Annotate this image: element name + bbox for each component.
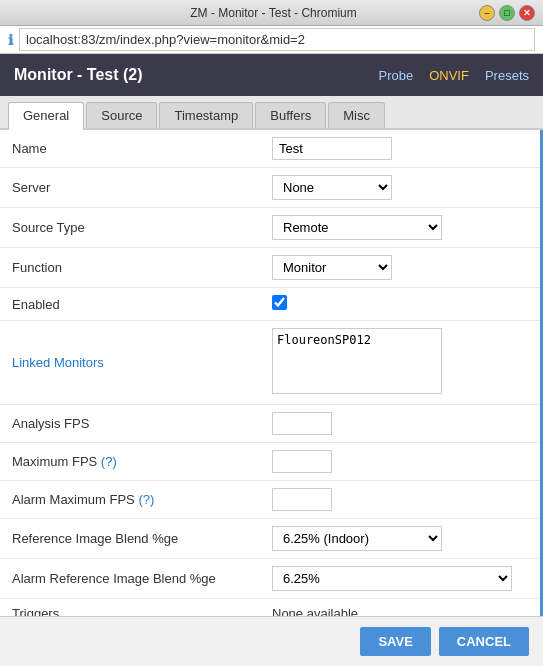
- close-button[interactable]: ✕: [519, 5, 535, 21]
- table-row: Triggers None available: [0, 599, 540, 617]
- app-title: Monitor - Test (2): [14, 66, 143, 84]
- tab-buffers[interactable]: Buffers: [255, 102, 326, 128]
- field-label-server: Server: [0, 168, 260, 208]
- enabled-checkbox[interactable]: [272, 295, 287, 310]
- field-value-triggers: None available: [260, 599, 540, 617]
- field-value-source-type: Remote Local FFMPEG: [260, 208, 540, 248]
- name-input[interactable]: [272, 137, 392, 160]
- field-value-max-fps: [260, 443, 540, 481]
- field-label-enabled: Enabled: [0, 288, 260, 321]
- form-content: Name Server None Source Type: [0, 130, 543, 616]
- field-label-ref-blend: Reference Image Blend %ge: [0, 519, 260, 559]
- form-table: Name Server None Source Type: [0, 130, 540, 616]
- alarm-ref-blend-select[interactable]: 6.25% 3.13% 12.5%: [272, 566, 512, 591]
- address-input[interactable]: [19, 28, 535, 51]
- tab-misc[interactable]: Misc: [328, 102, 385, 128]
- presets-link[interactable]: Presets: [485, 68, 529, 83]
- tab-source[interactable]: Source: [86, 102, 157, 128]
- alarm-fps-help[interactable]: (?): [138, 492, 154, 507]
- address-bar: ℹ: [0, 26, 543, 54]
- table-row: Linked Monitors FloureonSP012: [0, 321, 540, 405]
- field-value-analysis-fps: [260, 405, 540, 443]
- cancel-button[interactable]: CANCEL: [439, 627, 529, 656]
- header-links: Probe ONVIF Presets: [378, 68, 529, 83]
- field-value-function: Monitor Modect Record: [260, 248, 540, 288]
- table-row: Name: [0, 130, 540, 168]
- footer: SAVE CANCEL: [0, 616, 543, 666]
- app-header: Monitor - Test (2) Probe ONVIF Presets: [0, 54, 543, 96]
- tab-timestamp[interactable]: Timestamp: [159, 102, 253, 128]
- minimize-button[interactable]: –: [479, 5, 495, 21]
- analysis-fps-input[interactable]: [272, 412, 332, 435]
- table-row: Function Monitor Modect Record: [0, 248, 540, 288]
- field-value-linked-monitors: FloureonSP012: [260, 321, 540, 405]
- field-value-ref-blend: 6.25% (Indoor) 3.13% 12.5%: [260, 519, 540, 559]
- linked-monitors-textarea[interactable]: FloureonSP012: [272, 328, 442, 394]
- server-select[interactable]: None: [272, 175, 392, 200]
- field-label-alarm-ref-blend: Alarm Reference Image Blend %ge: [0, 559, 260, 599]
- tab-general[interactable]: General: [8, 102, 84, 130]
- field-label-name: Name: [0, 130, 260, 168]
- field-value-alarm-max-fps: [260, 481, 540, 519]
- table-row: Reference Image Blend %ge 6.25% (Indoor)…: [0, 519, 540, 559]
- ref-blend-select[interactable]: 6.25% (Indoor) 3.13% 12.5%: [272, 526, 442, 551]
- alarm-max-fps-input[interactable]: [272, 488, 332, 511]
- max-fps-help[interactable]: (?): [101, 454, 117, 469]
- table-row: Alarm Maximum FPS (?): [0, 481, 540, 519]
- field-value-name: [260, 130, 540, 168]
- field-label-analysis-fps: Analysis FPS: [0, 405, 260, 443]
- field-label-triggers: Triggers: [0, 599, 260, 617]
- title-bar-text: ZM - Monitor - Test - Chromium: [68, 6, 479, 20]
- save-button[interactable]: SAVE: [360, 627, 430, 656]
- onvif-link[interactable]: ONVIF: [429, 68, 469, 83]
- table-row: Source Type Remote Local FFMPEG: [0, 208, 540, 248]
- field-label-linked-monitors: Linked Monitors: [0, 321, 260, 405]
- table-row: Analysis FPS: [0, 405, 540, 443]
- title-bar-controls: – □ ✕: [479, 5, 535, 21]
- title-bar: ZM - Monitor - Test - Chromium – □ ✕: [0, 0, 543, 26]
- field-label-source-type: Source Type: [0, 208, 260, 248]
- field-value-enabled: [260, 288, 540, 321]
- table-row: Enabled: [0, 288, 540, 321]
- source-type-select[interactable]: Remote Local FFMPEG: [272, 215, 442, 240]
- field-label-max-fps: Maximum FPS (?): [0, 443, 260, 481]
- linked-monitors-label: Linked Monitors: [12, 355, 104, 370]
- table-row: Alarm Reference Image Blend %ge 6.25% 3.…: [0, 559, 540, 599]
- field-value-alarm-ref-blend: 6.25% 3.13% 12.5%: [260, 559, 540, 599]
- probe-link[interactable]: Probe: [378, 68, 413, 83]
- field-label-function: Function: [0, 248, 260, 288]
- max-fps-input[interactable]: [272, 450, 332, 473]
- table-row: Maximum FPS (?): [0, 443, 540, 481]
- field-label-alarm-max-fps: Alarm Maximum FPS (?): [0, 481, 260, 519]
- table-row: Server None: [0, 168, 540, 208]
- maximize-button[interactable]: □: [499, 5, 515, 21]
- tabs: General Source Timestamp Buffers Misc: [0, 96, 543, 130]
- triggers-value: None available: [272, 606, 358, 616]
- function-select[interactable]: Monitor Modect Record: [272, 255, 392, 280]
- field-value-server: None: [260, 168, 540, 208]
- info-icon: ℹ: [8, 32, 13, 48]
